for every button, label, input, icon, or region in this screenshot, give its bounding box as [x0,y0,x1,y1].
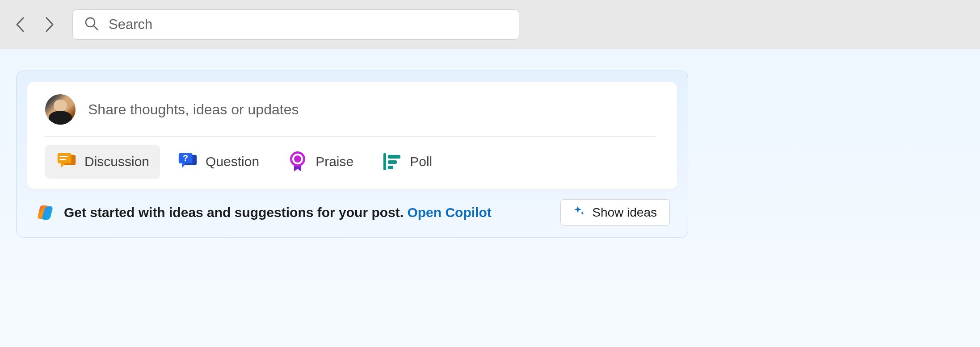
post-type-discussion[interactable]: Discussion [45,145,160,179]
svg-point-0 [86,18,95,27]
poll-icon [381,151,403,172]
post-type-praise[interactable]: Praise [276,145,364,179]
post-types: Discussion ? Question [45,145,656,179]
svg-rect-14 [388,166,393,169]
praise-icon [287,151,308,172]
avatar[interactable] [45,94,76,125]
post-type-label: Poll [410,154,432,169]
chevron-left-icon [14,16,25,33]
post-type-label: Discussion [84,154,149,169]
nav-back-button[interactable] [11,16,29,33]
open-copilot-link[interactable]: Open Copilot [407,205,491,220]
search-input[interactable] [109,17,519,33]
show-ideas-label: Show ideas [592,205,657,220]
post-type-label: Praise [315,154,353,169]
svg-rect-13 [388,160,397,164]
post-type-poll[interactable]: Poll [370,145,443,179]
svg-line-1 [94,26,97,29]
copilot-bar: Get started with ideas and suggestions f… [27,189,677,228]
post-type-label: Question [206,154,259,169]
question-icon: ? [177,151,198,172]
svg-rect-12 [388,155,400,159]
nav-forward-button[interactable] [41,16,59,33]
post-type-question[interactable]: ? Question [166,145,270,179]
copilot-text: Get started with ideas and suggestions f… [64,205,492,220]
search-box[interactable] [72,9,519,40]
show-ideas-button[interactable]: Show ideas [560,199,670,226]
copilot-icon [36,204,54,222]
top-bar [0,0,980,49]
chevron-right-icon [45,16,55,33]
svg-rect-11 [383,153,386,170]
search-icon [84,17,99,33]
svg-text:?: ? [183,153,188,163]
composer-input[interactable] [88,101,656,118]
composer-card: Discussion ? Question [27,82,677,189]
composer-wrapper: Discussion ? Question [16,71,688,238]
copilot-message: Get started with ideas and suggestions f… [64,205,404,220]
composer-header [45,94,656,136]
sparkle-icon [573,205,585,220]
divider [45,136,656,137]
discussion-icon [56,151,77,172]
copilot-left: Get started with ideas and suggestions f… [36,204,492,222]
main-area: Discussion ? Question [0,49,980,347]
svg-rect-3 [58,153,72,163]
